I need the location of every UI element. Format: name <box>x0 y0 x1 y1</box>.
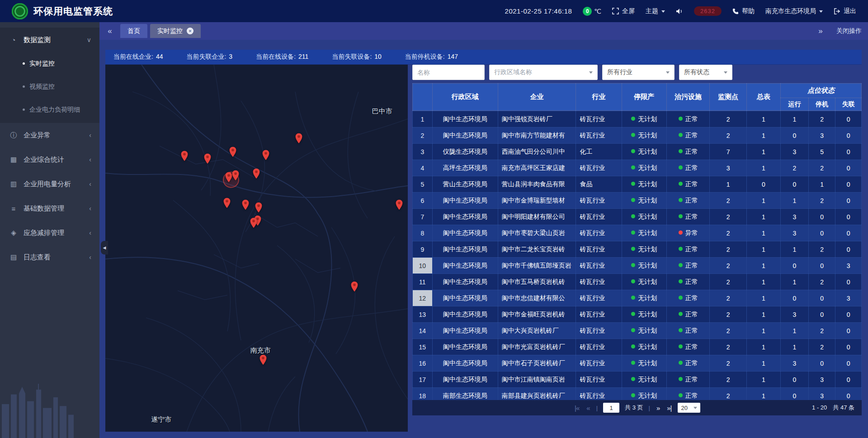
table-row[interactable]: 14 阆中生态环境局 阆中大兴页岩机砖厂 砖瓦行业 无计划 正常 2 1 1 2… <box>413 323 862 339</box>
map-pin-icon[interactable] <box>223 198 231 208</box>
close-operations-menu[interactable]: 关闭操作 <box>836 27 862 35</box>
sidebar-subitem-0-0[interactable]: 实时监控 <box>0 52 99 75</box>
table-row[interactable]: 10 阆中生态环境局 阆中市千佛镇五郎垭页岩 砖瓦行业 无计划 正常 2 1 0… <box>413 258 862 274</box>
cell-limit-status: 无计划 <box>622 323 666 339</box>
table-row[interactable]: 15 阆中生态环境局 阆中市光富页岩机砖厂 砖瓦行业 无计划 正常 2 1 1 … <box>413 339 862 355</box>
cell-running: 1 <box>781 241 809 258</box>
tab-close-icon[interactable]: ✕ <box>187 28 193 34</box>
col-stopped: 停机 <box>808 98 835 111</box>
table-row[interactable]: 2 阆中生态环境局 阆中市南方节能建材有 砖瓦行业 无计划 正常 2 1 0 3… <box>413 127 862 144</box>
map-pin-icon[interactable] <box>180 151 188 161</box>
table-row[interactable]: 13 阆中生态环境局 阆中市金福旺页岩机砖 砖瓦行业 无计划 正常 2 1 3 … <box>413 306 862 323</box>
table-row[interactable]: 16 阆中生态环境局 阆中市石子页岩机砖厂 砖瓦行业 无计划 正常 2 1 3 … <box>413 355 862 372</box>
map-pin-icon[interactable] <box>396 199 403 210</box>
stats-bar: 当前在线企业:44当前失联企业:3当前在线设备:211当前失联设备:10当前停机… <box>105 50 862 65</box>
sidebar-item-1[interactable]: ⓘ 企业异常 ‹ <box>0 123 99 147</box>
table-row[interactable]: 6 阆中生态环境局 阆中市金博瑞新型墙材 砖瓦行业 无计划 正常 2 1 1 2… <box>413 193 862 209</box>
tabs-scroll-left-button[interactable]: « <box>102 22 118 40</box>
table-row[interactable]: 7 阆中生态环境局 阆中明阳建材有限公司 砖瓦行业 无计划 正常 2 1 3 0… <box>413 209 862 225</box>
exit-icon <box>834 8 840 14</box>
cell-total-meters: 1 <box>746 225 780 241</box>
sidebar-subitem-0-2[interactable]: 企业电力负荷明细 <box>0 98 99 121</box>
name-filter-input[interactable] <box>417 69 480 76</box>
cell-region: 阆中生态环境局 <box>432 290 498 306</box>
table-row[interactable]: 9 阆中生态环境局 阆中市二龙长宝页岩砖 砖瓦行业 无计划 正常 2 1 1 2… <box>413 241 862 258</box>
volume-button[interactable] <box>676 8 683 14</box>
tabs-scroll-right-button[interactable]: » <box>813 22 828 40</box>
sidebar-item-3[interactable]: ▥ 企业用电量分析 ‹ <box>0 172 99 196</box>
cell-limit-status: 无计划 <box>622 176 666 193</box>
sidebar-item-0[interactable]: ◔ 数据监测 ∨ <box>0 28 99 52</box>
table-row[interactable]: 5 营山生态环境局 营山县润丰肉食品有限 食品 无计划 正常 1 0 0 1 0 <box>413 176 862 193</box>
tab-1[interactable]: 实时监控✕ <box>150 24 201 38</box>
table-row[interactable]: 18 南部生态环境局 南部县建兴页岩机砖厂 砖瓦行业 无计划 正常 2 1 0 … <box>413 388 862 400</box>
next-page-button[interactable]: » <box>656 404 660 412</box>
sidebar-group-4: ≡ 基础数据管理 ‹ <box>0 196 99 221</box>
message-count-badge[interactable]: 2632 <box>694 6 722 16</box>
industry-filter-select[interactable]: 所有行业 <box>602 65 675 80</box>
fullscreen-button[interactable]: 全屏 <box>612 7 635 15</box>
table-row[interactable]: 3 仪陇生态环境局 西南油气田分公司川中 化工 无计划 正常 7 1 3 5 0 <box>413 144 862 160</box>
sidebar-subitem-0-1[interactable]: 视频监控 <box>0 75 99 98</box>
logout-button[interactable]: 退出 <box>834 7 856 15</box>
map-pin-icon[interactable] <box>262 150 269 160</box>
app-title: 环保用电监管系统 <box>33 5 113 18</box>
map-pin-icon[interactable] <box>255 202 262 213</box>
first-page-button[interactable]: |« <box>574 404 580 412</box>
cell-industry: 砖瓦行业 <box>576 193 622 209</box>
map-pin-icon[interactable] <box>295 133 303 144</box>
status-dot-icon <box>679 133 683 137</box>
sidebar-item-2[interactable]: ▦ 企业综合统计 ‹ <box>0 147 99 172</box>
cell-industry: 砖瓦行业 <box>576 160 622 176</box>
status-filter-select[interactable]: 所有状态 <box>679 65 732 80</box>
cell-enterprise: 阆中市南方节能建材有 <box>498 127 576 144</box>
table-row[interactable]: 1 阆中生态环境局 阆中强锐页岩砖厂 砖瓦行业 无计划 正常 2 1 1 2 0 <box>413 111 862 127</box>
region-filter-select[interactable]: 行政区域名称 <box>489 65 598 80</box>
last-page-button[interactable]: »| <box>666 404 672 412</box>
cell-industry: 砖瓦行业 <box>576 372 622 388</box>
table-row[interactable]: 8 阆中生态环境局 阆中市枣碧大梁山页岩 砖瓦行业 无计划 异常 2 1 3 0… <box>413 225 862 241</box>
cell-facility-status: 正常 <box>667 258 710 274</box>
table-row[interactable]: 12 阆中生态环境局 阆中市忠信建材有限公 砖瓦行业 无计划 正常 2 1 0 … <box>413 290 862 306</box>
map-pin-icon[interactable] <box>231 170 239 181</box>
map-panel[interactable]: 巴中市南充市遂宁市 <box>105 65 408 432</box>
cell-industry: 化工 <box>576 144 622 160</box>
cell-facility-status: 正常 <box>667 339 710 355</box>
cell-stopped: 3 <box>808 127 835 144</box>
table-row[interactable]: 4 高坪生态环境局 南充市高坪区王家店建 砖瓦行业 无计划 正常 3 1 2 2… <box>413 160 862 176</box>
chevron-collapsed-icon: ‹ <box>89 156 91 163</box>
workspace: 巴中市南充市遂宁市 行政区域名称 所有行业 <box>99 65 868 438</box>
org-menu[interactable]: 南充市生态环境局 <box>765 7 823 15</box>
sidebar-item-4[interactable]: ≡ 基础数据管理 ‹ <box>0 196 99 221</box>
panel-collapse-handle[interactable]: ◀ <box>101 241 108 254</box>
map-pin-icon[interactable] <box>252 168 260 179</box>
cell-running: 1 <box>781 111 809 127</box>
map-pin-icon[interactable] <box>204 153 212 164</box>
map-pin-icon[interactable] <box>350 281 358 292</box>
help-button[interactable]: 帮助 <box>732 7 755 15</box>
sidebar-item-6[interactable]: ▤ 日志查看 ‹ <box>0 245 99 269</box>
map-pin-icon[interactable] <box>259 354 267 365</box>
chevron-down-icon <box>661 10 665 14</box>
cell-enterprise: 阆中市石子页岩机砖厂 <box>498 355 576 372</box>
col-points: 监测点 <box>710 84 746 111</box>
page-number-input[interactable] <box>603 403 619 413</box>
page-size-select[interactable]: 20 <box>678 403 700 413</box>
enterprise-panel: 行政区域名称 所有行业 所有状态 <box>412 65 862 415</box>
cell-stopped: 3 <box>808 388 835 400</box>
map-pin-icon[interactable] <box>241 199 249 210</box>
table-row[interactable]: 11 阆中生态环境局 阆中市五马桥页岩机砖 砖瓦行业 无计划 正常 2 1 1 … <box>413 274 862 290</box>
table-row[interactable]: 17 阆中生态环境局 阆中市江南镇阆南页岩 砖瓦行业 无计划 正常 2 1 0 … <box>413 372 862 388</box>
tab-0[interactable]: 首页 <box>120 24 147 38</box>
cell-facility-status: 异常 <box>667 225 710 241</box>
cell-enterprise: 阆中市五马桥页岩机砖 <box>498 274 576 290</box>
prev-page-button[interactable]: « <box>585 404 590 412</box>
cell-disconnected: 0 <box>835 323 862 339</box>
theme-menu[interactable]: 主题 <box>646 7 665 15</box>
map-pin-icon[interactable] <box>229 146 237 157</box>
map-pin-icon[interactable] <box>250 217 257 228</box>
sidebar-item-5[interactable]: ◈ 应急减排管理 ‹ <box>0 221 99 245</box>
temperature-unit: ℃ <box>594 8 601 15</box>
enterprise-table-scroll[interactable]: 1 阆中生态环境局 阆中强锐页岩砖厂 砖瓦行业 无计划 正常 2 1 1 2 0… <box>412 111 862 400</box>
cell-industry: 砖瓦行业 <box>576 258 622 274</box>
